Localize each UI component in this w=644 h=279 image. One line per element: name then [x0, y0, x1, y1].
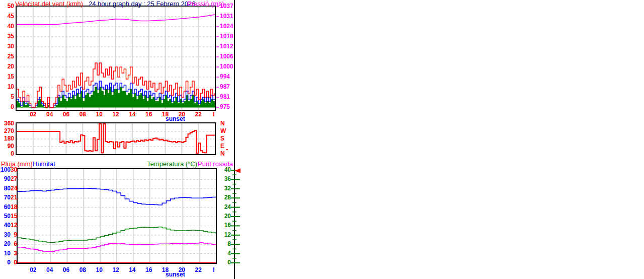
temperature-axis-tick: 0 — [218, 259, 231, 266]
rain-axis-tick: 21 — [11, 194, 17, 201]
compass-tick: N — [220, 120, 225, 127]
hour-label-bottom: 22 — [192, 267, 204, 273]
temperature-axis-tick: 24 — [218, 204, 231, 211]
wind-axis-title: Velocitat del vent (kmh) — [15, 1, 83, 7]
hour-label-bottom: 02 — [27, 267, 39, 273]
compass-tick: N — [220, 151, 225, 157]
hour-label-bottom: 16 — [143, 267, 155, 273]
rain-axis-tick: 6 — [11, 241, 17, 247]
graph-title: 24 hour graph day : 25 Febrero 2026 — [89, 1, 195, 7]
wind-axis-tick: 30 — [0, 43, 14, 50]
hour-label-top: 04 — [44, 111, 56, 118]
hour-label-bottom: 18 — [159, 267, 172, 273]
pressure-axis-tick: 1018 — [220, 33, 233, 40]
pressure-axis-tick: 1031 — [220, 13, 233, 20]
hour-label-bottom: 12 — [110, 267, 122, 273]
hour-label-top: 08 — [76, 111, 89, 118]
direction-axis-tick: 90 — [0, 143, 14, 150]
pressure-axis-tick: 994 — [220, 74, 230, 80]
hour-label-bottom: 04 — [44, 267, 56, 273]
temperature-axis-tick: 28 — [218, 194, 231, 201]
hour-label-top: 02 — [27, 111, 39, 118]
wind-axis-tick: 35 — [0, 33, 14, 40]
compass-tick: W — [220, 128, 226, 134]
humidity-axis-tick: 50 — [0, 213, 11, 220]
humidity-series-title: Humitat — [33, 161, 55, 167]
direction-axis-tick: 360 — [0, 120, 14, 127]
rain-axis-tick: 9 — [11, 232, 17, 238]
hour-label-bottom: 14 — [126, 267, 138, 273]
hour-label-bottom: 06 — [60, 267, 72, 273]
hour-label-top: 12 — [110, 111, 122, 118]
humidity-axis-tick: 0 — [0, 259, 11, 266]
humidity-axis-tick: 40 — [0, 222, 11, 229]
hour-label-top: 22 — [192, 111, 204, 118]
weather-graphs-screen: Velocitat del vent (kmh) 24 hour graph d… — [0, 0, 644, 279]
chart-labels-layer: Velocitat del vent (kmh) 24 hour graph d… — [0, 0, 242, 279]
temperature-axis-tick: 8 — [218, 241, 231, 247]
direction-axis-tick: 270 — [0, 128, 14, 134]
pressure-axis-tick: 987 — [220, 84, 230, 90]
temperature-axis-tick: 4 — [218, 250, 231, 257]
rain-axis-tick: 24 — [11, 185, 17, 192]
temperature-series-title: Temperatura (°C) — [145, 161, 197, 167]
pressure-axis-tick: 1000 — [220, 63, 233, 70]
rain-axis-tick: 0 — [11, 259, 17, 266]
hour-label-bottom: 10 — [93, 267, 105, 273]
compass-tick: E — [220, 143, 224, 150]
rain-axis-tick: 12 — [11, 222, 17, 229]
hour-label-top: 20 — [176, 111, 188, 118]
temperature-axis-tick: 20 — [218, 213, 231, 220]
wind-axis-tick: 50 — [0, 3, 14, 10]
humidity-axis-tick: 20 — [0, 241, 11, 247]
hour-label-top: 16 — [143, 111, 155, 118]
wind-axis-tick: 15 — [0, 74, 14, 80]
humidity-axis-tick: 80 — [0, 185, 11, 192]
temperature-axis-tick: 40 — [218, 167, 231, 173]
pressure-axis-tick: 1012 — [220, 43, 233, 50]
hour-label-bottom: 20 — [176, 267, 188, 273]
hour-label-top: 10 — [93, 111, 105, 118]
wind-axis-tick: 10 — [0, 84, 14, 90]
hour-label-top: 06 — [60, 111, 72, 118]
pressure-axis-tick: 975 — [220, 104, 230, 110]
pressure-axis-tick: 1024 — [220, 23, 233, 30]
hour-label-bottom: 08 — [76, 267, 89, 273]
temperature-axis-tick: 32 — [218, 185, 231, 192]
humidity-axis-tick: 30 — [0, 232, 11, 238]
humidity-axis-tick: 60 — [0, 204, 11, 211]
pressure-axis-tick: 1006 — [220, 53, 233, 60]
axis-end-tick-bottom: I — [211, 267, 217, 273]
wind-axis-tick: 5 — [0, 94, 14, 100]
hour-label-top: 18 — [159, 111, 172, 118]
temperature-axis-tick: 16 — [218, 222, 231, 229]
temperature-axis-tick: 12 — [218, 232, 231, 238]
wind-axis-tick: 25 — [0, 53, 14, 60]
pressure-axis-title: Pressió (mb) — [187, 1, 224, 7]
hour-label-top: 14 — [126, 111, 138, 118]
pressure-axis-tick: 1037 — [220, 3, 233, 10]
wind-axis-tick: 45 — [0, 13, 14, 20]
rain-axis-tick: 27 — [11, 176, 17, 182]
humidity-axis-tick: 100 — [0, 167, 11, 173]
rain-axis-tick: 15 — [11, 213, 17, 220]
rain-axis-tick: 18 — [11, 204, 17, 211]
humidity-axis-tick: 70 — [0, 194, 11, 201]
humidity-axis-tick: 10 — [0, 250, 11, 257]
temperature-axis-tick: 36 — [218, 176, 231, 182]
compass-tick: S — [220, 135, 224, 142]
axis-end-tick-top: I — [211, 111, 217, 118]
humidity-axis-tick: 90 — [0, 176, 11, 182]
direction-axis-tick: 0 — [0, 151, 14, 157]
wind-axis-tick: 0 — [0, 104, 14, 110]
pressure-axis-tick: 981 — [220, 94, 230, 100]
rain-axis-tick: 30 — [11, 167, 17, 173]
wind-axis-tick: 40 — [0, 23, 14, 30]
wind-axis-tick: 20 — [0, 63, 14, 70]
direction-axis-tick: 180 — [0, 135, 14, 142]
rain-axis-tick: 3 — [11, 250, 17, 257]
